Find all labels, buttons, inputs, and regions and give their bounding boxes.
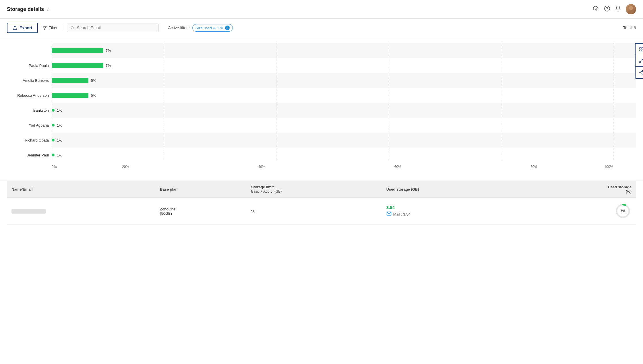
svg-line-18 [641, 73, 642, 73]
avatar[interactable] [626, 4, 636, 14]
total-label: Total: 9 [623, 26, 636, 30]
page-title: Storage details [7, 6, 44, 12]
table-header: Name/Email Base plan Storage limitBasic … [7, 181, 636, 198]
row-label: Amelia Burrows [3, 78, 49, 83]
bar-area: 1% [52, 108, 636, 113]
bar [52, 78, 88, 83]
svg-point-4 [629, 6, 633, 10]
bar-pct: 1% [57, 153, 62, 157]
bar-area: 1% [52, 138, 636, 142]
bar-dot [52, 154, 55, 156]
svg-point-7 [71, 26, 74, 29]
mail-icon [386, 211, 392, 217]
filter-tag[interactable]: Size used ⇒ 1 % ✕ [192, 24, 233, 32]
bar-area: 7% [52, 48, 636, 53]
chart-expand-button[interactable] [636, 55, 643, 67]
bar-pct: 1% [57, 138, 62, 142]
table-body: ZohoOne(50GB) 50 3.54 Mail : 3.54 [7, 198, 636, 225]
upload-cloud-icon[interactable] [593, 5, 599, 13]
table-container: Name/Email Base plan Storage limitBasic … [0, 181, 643, 225]
mail-label: Mail : 3.54 [393, 212, 410, 216]
svg-point-15 [642, 70, 643, 71]
chart-row: Jennifer Paul 1% [52, 148, 636, 162]
chart-grid-button[interactable] [636, 44, 643, 55]
chart-row: Rebecca Anderson 5% [52, 88, 636, 103]
cell-used-storage-pct: 7% [524, 198, 636, 225]
cell-name [7, 198, 155, 225]
svg-line-19 [641, 71, 642, 72]
filter-button[interactable]: Filter [42, 26, 57, 30]
chart-row: Richard Obata 1% [52, 133, 636, 148]
row-label: Paula Paula [3, 63, 49, 68]
chart-row: 7% [52, 43, 636, 58]
row-label: Yod Agbaria [3, 123, 49, 127]
bar [52, 93, 88, 98]
svg-point-3 [627, 11, 634, 14]
col-used-storage-gb: Used storage (GB) [382, 181, 524, 198]
col-used-storage-pct: Used storage(%) [524, 181, 636, 198]
export-button[interactable]: Export [7, 23, 38, 33]
row-label: Rebecca Anderson [3, 93, 49, 98]
chart-inner: 7% Paula Paula 7% Amelia Burrows 5% Rebe… [52, 43, 636, 169]
row-label: Richard Obata [3, 138, 49, 142]
search-input[interactable] [77, 26, 155, 30]
bar-dot [52, 124, 55, 127]
cell-base-plan: ZohoOne(50GB) [155, 198, 247, 225]
x-label: 80% [466, 165, 602, 169]
notification-icon[interactable] [615, 5, 621, 13]
row-label: Jennifer Paul [3, 153, 49, 157]
header-left: Storage details ☆ [7, 6, 50, 12]
bar-pct: 1% [57, 108, 62, 113]
chart-actions [635, 43, 643, 79]
chart-share-button[interactable] [636, 67, 643, 78]
svg-rect-9 [640, 48, 641, 49]
bar-area: 5% [52, 93, 636, 98]
chart-row: Bankston 1% [52, 103, 636, 118]
storage-table: Name/Email Base plan Storage limitBasic … [7, 181, 636, 225]
chart-area: 7% Paula Paula 7% Amelia Burrows 5% Rebe… [0, 37, 643, 181]
header-right [593, 4, 636, 14]
toolbar: Export Filter Active filter : Size used … [0, 19, 643, 37]
svg-line-8 [73, 29, 74, 29]
bar-pct: 1% [57, 123, 62, 127]
x-label: 100% [602, 165, 613, 169]
cell-storage-limit: 50 [247, 198, 382, 225]
bar-area: 5% [52, 78, 636, 83]
x-label: 20% [57, 165, 193, 169]
favorite-icon[interactable]: ☆ [46, 7, 50, 12]
bar-area: 7% [52, 63, 636, 68]
filter-remove-button[interactable]: ✕ [225, 26, 230, 30]
svg-line-14 [640, 61, 641, 63]
table-row: ZohoOne(50GB) 50 3.54 Mail : 3.54 [7, 198, 636, 225]
svg-point-17 [642, 73, 643, 74]
bar-dot [52, 109, 55, 112]
used-storage-value: 3.54 [386, 205, 520, 210]
x-label: 0% [52, 165, 57, 169]
chart-row: Paula Paula 7% [52, 58, 636, 73]
filter-tag-text: Size used ⇒ 1 % [195, 26, 224, 30]
svg-marker-6 [43, 26, 47, 29]
help-icon[interactable] [604, 5, 610, 13]
x-label: 60% [330, 165, 466, 169]
bar-pct: 7% [106, 49, 111, 53]
progress-pct-label: 7% [620, 209, 625, 213]
mail-row: Mail : 3.54 [386, 211, 520, 217]
svg-line-13 [642, 59, 643, 61]
x-label: 40% [193, 165, 330, 169]
svg-rect-10 [642, 48, 643, 49]
chart-row: Yod Agbaria 1% [52, 118, 636, 133]
svg-rect-11 [640, 50, 641, 51]
search-icon [71, 26, 74, 30]
svg-point-16 [640, 72, 641, 73]
chart-row: Amelia Burrows 5% [52, 73, 636, 88]
bar [52, 48, 103, 53]
bar-pct: 5% [91, 93, 96, 98]
row-label: Bankston [3, 108, 49, 113]
cell-used-storage-gb: 3.54 Mail : 3.54 [382, 198, 524, 225]
toolbar-divider [62, 24, 62, 31]
bar-pct: 5% [91, 78, 96, 83]
search-box[interactable] [67, 24, 159, 32]
active-filter-label: Active filter : [168, 26, 190, 30]
svg-point-1 [605, 6, 610, 11]
bar [52, 63, 103, 68]
